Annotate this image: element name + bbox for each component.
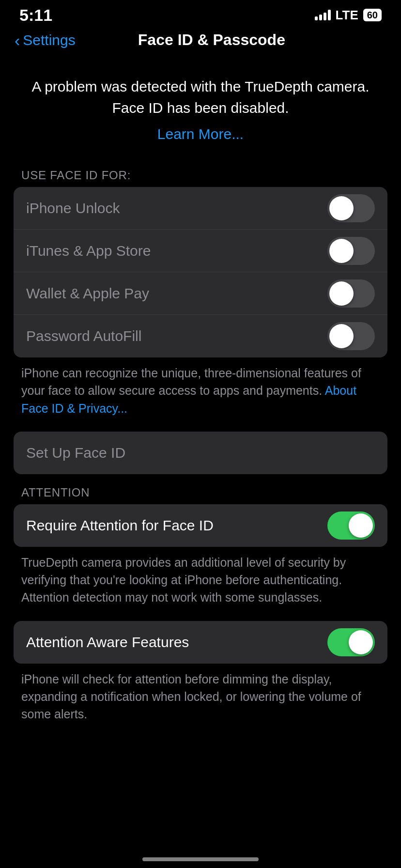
learn-more-link[interactable]: Learn More... bbox=[157, 126, 244, 142]
attention-aware-footer: iPhone will check for attention before d… bbox=[0, 664, 401, 738]
iphone-unlock-label: iPhone Unlock bbox=[26, 200, 120, 217]
signal-icon bbox=[315, 10, 331, 20]
attention-aware-label: Attention Aware Features bbox=[26, 634, 189, 651]
page-title: Face ID & Passcode bbox=[76, 31, 348, 49]
attention-section-label: ATTENTION bbox=[0, 474, 401, 504]
toggle-knob bbox=[329, 196, 354, 220]
itunes-label: iTunes & App Store bbox=[26, 243, 151, 259]
battery-icon: 60 bbox=[363, 9, 382, 21]
home-indicator bbox=[142, 857, 259, 861]
require-attention-group: Require Attention for Face ID bbox=[14, 504, 387, 547]
require-attention-footer: TrueDepth camera provides an additional … bbox=[0, 547, 401, 621]
warning-section: A problem was detected with the TrueDept… bbox=[0, 57, 401, 157]
wallet-label: Wallet & Apple Pay bbox=[26, 285, 149, 302]
require-attention-toggle[interactable] bbox=[327, 512, 375, 540]
battery-percent: 60 bbox=[367, 10, 378, 21]
attention-aware-toggle[interactable] bbox=[327, 628, 375, 656]
face-id-footer: iPhone can recognize the unique, three-d… bbox=[0, 357, 401, 432]
back-button[interactable]: ‹ Settings bbox=[15, 32, 76, 48]
password-autofill-row[interactable]: Password AutoFill bbox=[14, 315, 387, 357]
itunes-toggle[interactable] bbox=[327, 237, 375, 265]
lte-label: LTE bbox=[336, 8, 358, 23]
setup-face-id-group: Set Up Face ID bbox=[14, 432, 387, 474]
require-attention-row[interactable]: Require Attention for Face ID bbox=[14, 504, 387, 547]
toggle-knob bbox=[349, 630, 373, 654]
use-face-id-section-label: USE FACE ID FOR: bbox=[0, 157, 401, 187]
status-bar: 5:11 LTE 60 bbox=[0, 0, 401, 26]
password-autofill-toggle[interactable] bbox=[327, 322, 375, 350]
face-id-footer-text: iPhone can recognize the unique, three-d… bbox=[21, 366, 361, 397]
nav-bar: ‹ Settings Face ID & Passcode bbox=[0, 26, 401, 57]
itunes-app-store-row[interactable]: iTunes & App Store bbox=[14, 230, 387, 272]
attention-aware-footer-text: iPhone will check for attention before d… bbox=[21, 672, 361, 721]
wallet-toggle[interactable] bbox=[327, 279, 375, 308]
toggle-knob bbox=[349, 513, 373, 538]
wallet-apple-pay-row[interactable]: Wallet & Apple Pay bbox=[14, 272, 387, 315]
attention-aware-row[interactable]: Attention Aware Features bbox=[14, 621, 387, 664]
chevron-left-icon: ‹ bbox=[15, 32, 20, 48]
setup-face-id-row[interactable]: Set Up Face ID bbox=[14, 432, 387, 474]
back-label: Settings bbox=[23, 32, 75, 48]
password-autofill-label: Password AutoFill bbox=[26, 328, 141, 344]
toggle-knob bbox=[329, 324, 354, 348]
face-id-toggles-group: iPhone Unlock iTunes & App Store Wallet … bbox=[14, 187, 387, 357]
toggle-knob bbox=[329, 281, 354, 306]
warning-text: A problem was detected with the TrueDept… bbox=[24, 76, 377, 118]
iphone-unlock-row[interactable]: iPhone Unlock bbox=[14, 187, 387, 230]
require-attention-label: Require Attention for Face ID bbox=[26, 517, 214, 534]
toggle-knob bbox=[329, 239, 354, 263]
attention-aware-group: Attention Aware Features bbox=[14, 621, 387, 664]
iphone-unlock-toggle[interactable] bbox=[327, 194, 375, 222]
status-time: 5:11 bbox=[19, 6, 52, 25]
setup-face-id-label: Set Up Face ID bbox=[26, 445, 125, 461]
status-right: LTE 60 bbox=[315, 8, 382, 23]
require-attention-footer-text: TrueDepth camera provides an additional … bbox=[21, 556, 346, 604]
